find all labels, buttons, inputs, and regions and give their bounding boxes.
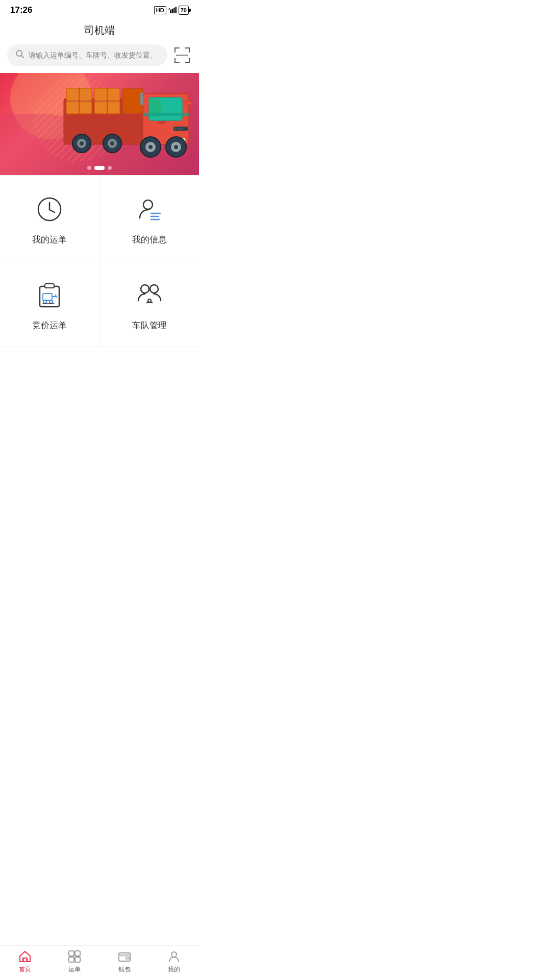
svg-point-39 <box>110 141 114 145</box>
svg-rect-46 <box>186 101 192 105</box>
battery-icon: 70 <box>179 6 189 15</box>
svg-rect-68 <box>23 958 27 962</box>
svg-rect-72 <box>75 957 80 962</box>
svg-rect-71 <box>69 957 74 962</box>
nav-item-home[interactable]: 首页 <box>0 950 50 974</box>
svg-point-66 <box>150 285 158 293</box>
banner-dot-3 <box>108 166 112 170</box>
svg-line-52 <box>49 210 55 212</box>
page-title: 司机端 <box>0 18 199 44</box>
svg-rect-2 <box>171 9 173 13</box>
svg-point-53 <box>143 200 153 209</box>
search-input[interactable] <box>29 51 159 59</box>
svg-point-62 <box>43 300 46 303</box>
banner-dots <box>87 166 112 170</box>
menu-item-fleet[interactable]: 车队管理 <box>99 261 199 347</box>
menu-label-fleet: 车队管理 <box>132 320 167 331</box>
bid-truck-icon <box>34 280 65 310</box>
menu-item-bid[interactable]: 竞价运单 <box>0 261 99 347</box>
status-icons: HD ° 70 <box>154 6 189 15</box>
svg-rect-14 <box>189 58 190 63</box>
nav-item-waybill[interactable]: 运单 <box>50 950 100 974</box>
svg-point-36 <box>80 141 84 145</box>
search-icon <box>15 50 24 61</box>
nav-label-wallet: 钱包 <box>118 965 131 974</box>
clock-icon <box>34 194 65 225</box>
svg-point-65 <box>141 285 149 293</box>
waybill-nav-icon <box>68 950 81 963</box>
menu-item-info[interactable]: 我的信息 <box>99 176 199 261</box>
wallet-nav-icon <box>118 950 131 963</box>
svg-rect-49 <box>143 113 189 116</box>
svg-rect-21 <box>122 88 143 114</box>
menu-label-info: 我的信息 <box>132 234 167 246</box>
menu-item-waybill[interactable]: 我的运单 <box>0 176 99 261</box>
search-container <box>0 44 199 66</box>
scan-icon[interactable] <box>172 45 192 65</box>
bottom-nav: 首页 运单 钱包 <box>0 945 199 980</box>
search-bar[interactable] <box>7 44 167 66</box>
menu-label-bid: 竞价运单 <box>32 320 67 331</box>
menu-grid: 我的运单 我的信息 <box>0 175 199 347</box>
svg-rect-47 <box>140 92 143 105</box>
svg-rect-3 <box>173 8 175 13</box>
truck-illustration <box>61 83 194 165</box>
person-info-icon <box>134 194 165 225</box>
svg-rect-8 <box>174 47 176 53</box>
svg-rect-70 <box>75 951 80 956</box>
svg-rect-69 <box>69 951 74 956</box>
svg-point-63 <box>49 300 53 303</box>
banner <box>0 73 199 175</box>
svg-rect-10 <box>189 47 190 53</box>
nav-label-mine: 我的 <box>168 965 180 974</box>
mine-nav-icon <box>167 950 181 963</box>
hd-label: HD <box>154 6 166 14</box>
nav-item-wallet[interactable]: 钱包 <box>99 950 149 974</box>
svg-point-77 <box>171 952 177 957</box>
svg-rect-4 <box>175 7 177 13</box>
svg-rect-76 <box>126 957 129 959</box>
nav-label-home: 首页 <box>19 965 31 974</box>
svg-rect-1 <box>170 10 171 13</box>
svg-rect-30 <box>174 128 177 130</box>
status-time: 17:26 <box>10 5 32 15</box>
svg-rect-32 <box>181 128 183 130</box>
fleet-icon <box>134 280 165 310</box>
banner-dot-1 <box>87 166 91 170</box>
nav-item-mine[interactable]: 我的 <box>149 950 199 974</box>
nav-label-waybill: 运单 <box>68 965 81 974</box>
status-bar: 17:26 HD ° 70 <box>0 0 199 18</box>
signal-icon: ° <box>168 7 177 14</box>
home-icon <box>18 950 32 963</box>
svg-line-6 <box>21 56 24 58</box>
svg-rect-58 <box>45 284 54 288</box>
svg-rect-48 <box>158 121 166 124</box>
svg-rect-12 <box>174 58 176 63</box>
svg-point-42 <box>148 145 153 149</box>
svg-rect-59 <box>43 293 52 301</box>
svg-point-45 <box>174 145 178 149</box>
menu-label-waybill: 我的运单 <box>32 234 67 246</box>
svg-rect-31 <box>178 128 180 130</box>
banner-dot-2 <box>94 166 105 170</box>
